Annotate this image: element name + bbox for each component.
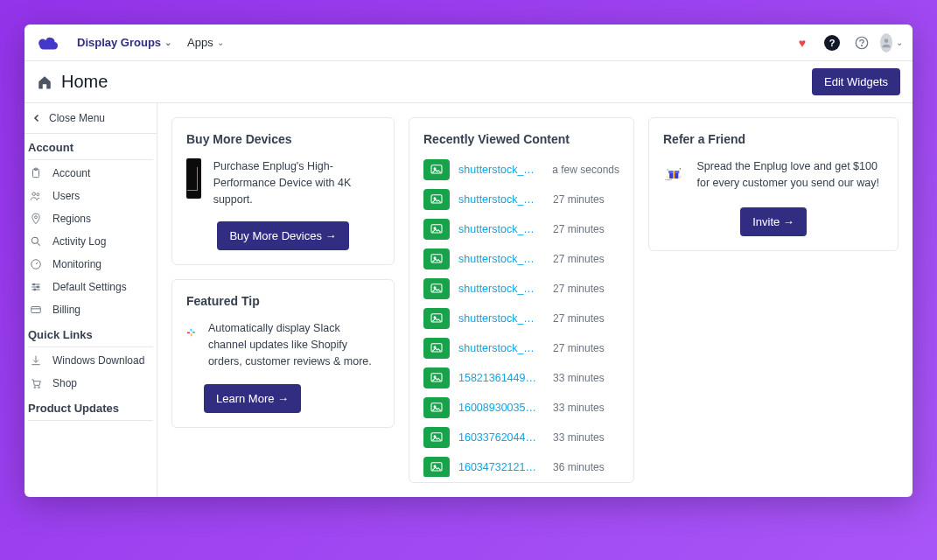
recent-item-name: 16008930035…	[458, 402, 546, 414]
recent-item[interactable]: shutterstock_…a few seconds	[423, 155, 619, 185]
recent-item-time: 27 minutes	[553, 283, 605, 295]
sidebar-item-monitoring[interactable]: Monitoring	[24, 253, 157, 276]
download-icon	[28, 354, 44, 367]
svg-point-45	[667, 169, 668, 171]
sidebar-item-label: Windows Download	[52, 354, 144, 367]
recent-item[interactable]: shutterstock_…27 minutes	[423, 333, 619, 363]
recent-item-name: shutterstock_…	[458, 223, 546, 235]
recent-item-name: 15821361449…	[458, 372, 546, 384]
buy-devices-button[interactable]: Buy More Devices →	[217, 221, 348, 250]
recent-item[interactable]: shutterstock_…27 minutes	[423, 244, 619, 274]
image-icon	[423, 189, 450, 210]
help-icon[interactable]: ?	[823, 34, 841, 52]
recent-item-time: 27 minutes	[553, 193, 605, 206]
sidebar-item-account[interactable]: Account	[24, 162, 157, 185]
refer-desc: Spread the Enplug love and get $100 for …	[697, 158, 885, 192]
nav-apps-label: Apps	[187, 36, 213, 49]
nav-apps[interactable]: Apps ⌄	[187, 36, 224, 49]
users-icon	[28, 190, 44, 202]
sidebar-item-label: Activity Log	[52, 235, 106, 248]
svg-point-14	[34, 387, 36, 388]
recent-item[interactable]: shutterstock_…27 minutes	[423, 214, 619, 244]
chevron-down-icon: ⌄	[164, 38, 171, 47]
sidebar-item-windows-download[interactable]: Windows Download	[24, 349, 157, 372]
recent-title: Recently Viewed Content	[423, 132, 628, 146]
sidebar-item-billing[interactable]: Billing	[24, 298, 157, 321]
svg-rect-16	[191, 329, 192, 332]
recent-item-name: 16034732121…	[458, 461, 546, 473]
recent-item-time: 36 minutes	[553, 461, 605, 473]
learn-more-button[interactable]: Learn More →	[204, 384, 301, 413]
sidebar-item-shop[interactable]: Shop	[24, 372, 157, 395]
svg-rect-18	[191, 334, 192, 337]
device-image	[186, 158, 201, 199]
sidebar-item-label: Shop	[52, 377, 77, 389]
image-icon	[423, 397, 450, 418]
image-icon	[423, 338, 450, 359]
svg-point-1	[862, 45, 863, 46]
clipboard-icon	[28, 167, 44, 179]
chevron-down-icon: ⌄	[896, 38, 903, 47]
recent-item-time: 27 minutes	[553, 253, 605, 265]
recent-item[interactable]: shutterstock_…27 minutes	[423, 274, 619, 304]
recent-item[interactable]: 15821361449…33 minutes	[423, 363, 619, 393]
featured-tip-desc: Automatically display Slack channel upda…	[208, 320, 380, 369]
profile-menu[interactable]: ⌄	[883, 34, 900, 52]
recent-item[interactable]: shutterstock_…27 minutes	[423, 185, 619, 214]
svg-point-46	[680, 168, 682, 170]
favorites-icon[interactable]: ♥	[794, 34, 811, 52]
svg-point-12	[34, 289, 36, 290]
image-icon	[423, 368, 450, 388]
main-content: Buy More Devices Purchase Enplug's High-…	[157, 103, 913, 497]
svg-point-5	[32, 192, 36, 196]
recent-item[interactable]: 16034732121…36 minutes	[423, 452, 619, 477]
search-icon	[28, 235, 44, 248]
buy-devices-title: Buy More Devices	[186, 132, 380, 146]
recent-item-name: shutterstock_…	[458, 312, 546, 325]
recent-item-time: a few seconds	[552, 164, 619, 176]
sidebar-section-account: Account	[24, 134, 157, 159]
invite-button[interactable]: Invite →	[740, 207, 807, 236]
sidebar-item-label: Monitoring	[52, 258, 101, 270]
feedback-icon[interactable]	[853, 34, 871, 52]
recent-item[interactable]: shutterstock_…27 minutes	[423, 304, 619, 333]
recent-item[interactable]: 16033762044…33 minutes	[423, 423, 619, 452]
close-menu-button[interactable]: Close Menu	[24, 103, 157, 134]
sidebar-item-users[interactable]: Users	[24, 185, 157, 207]
sidebar-item-label: Account	[52, 167, 90, 179]
sidebar-item-activity-log[interactable]: Activity Log	[24, 230, 157, 253]
top-nav: Display Groups ⌄ Apps ⌄ ♥ ? ⌄	[24, 24, 913, 61]
chevron-down-icon: ⌄	[217, 38, 224, 47]
recent-item-name: shutterstock_…	[458, 283, 546, 295]
svg-rect-44	[673, 171, 675, 178]
recent-item[interactable]: 16008930035…33 minutes	[423, 393, 619, 423]
sidebar-section-quicklinks: Quick Links	[24, 321, 157, 346]
image-icon	[423, 308, 450, 329]
recent-item-time: 27 minutes	[553, 223, 605, 235]
sidebar-item-default-settings[interactable]: Default Settings	[24, 276, 157, 298]
svg-point-15	[38, 387, 40, 388]
svg-rect-17	[192, 332, 195, 332]
nav-display-groups[interactable]: Display Groups ⌄	[77, 36, 171, 49]
recent-item-name: shutterstock_…	[458, 193, 546, 206]
logo-icon	[37, 35, 59, 51]
sidebar-item-label: Regions	[52, 213, 91, 225]
svg-point-7	[35, 216, 38, 219]
image-icon	[423, 427, 450, 448]
edit-widgets-button[interactable]: Edit Widgets	[812, 68, 900, 95]
sidebar-item-regions[interactable]: Regions	[24, 207, 157, 230]
cart-icon	[28, 377, 44, 389]
page-title: Home	[61, 72, 108, 92]
svg-point-10	[33, 284, 35, 285]
refer-card: Refer a Friend Spread the Enplug love an…	[648, 117, 899, 251]
card-icon	[28, 304, 44, 316]
image-icon	[423, 278, 450, 299]
svg-point-11	[37, 286, 38, 288]
nav-display-groups-label: Display Groups	[77, 36, 161, 49]
sidebar-item-label: Billing	[52, 304, 80, 316]
sidebar: Close Menu Account AccountUsersRegionsAc…	[24, 103, 157, 497]
recent-item-name: shutterstock_…	[458, 342, 546, 354]
sidebar-item-label: Users	[52, 190, 80, 202]
avatar-icon	[880, 33, 892, 52]
recent-list[interactable]: shutterstock_…a few secondsshutterstock_…	[423, 155, 628, 477]
